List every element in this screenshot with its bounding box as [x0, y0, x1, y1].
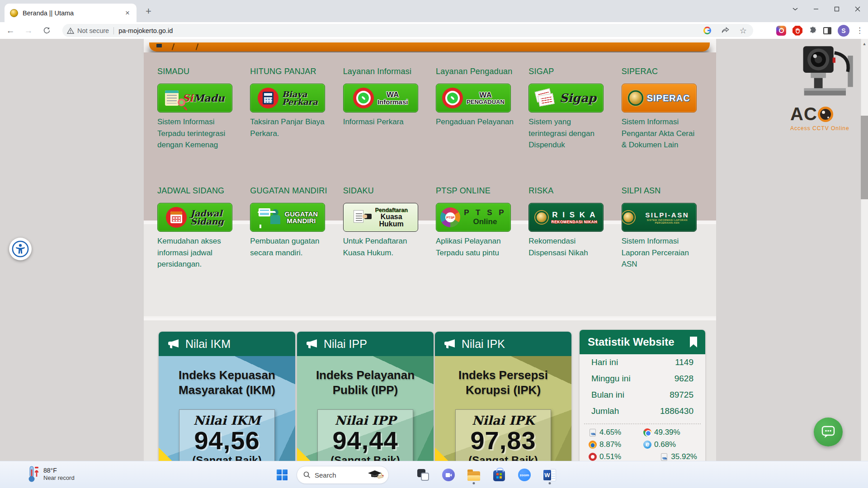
menu-bar-remnant	[149, 42, 710, 52]
extensions-puzzle-icon[interactable]	[809, 27, 817, 35]
weather-widget[interactable]: 88°F Near record	[28, 465, 75, 483]
megaphone-icon	[168, 339, 179, 349]
side-panel-icon[interactable]	[823, 27, 831, 34]
court-seal-icon	[622, 211, 635, 224]
service-title: SIMADU	[157, 67, 237, 76]
reload-button[interactable]	[39, 24, 54, 38]
service-desc: Rekomendasi Dispensasi Nikah	[528, 235, 609, 258]
url-text: pa-mojokerto.go.id	[118, 27, 703, 34]
chrome-browser-icon	[643, 428, 651, 436]
siperac-banner[interactable]: SIPERAC	[622, 84, 697, 113]
lens-icon	[818, 107, 833, 122]
gugatan-mandiri-banner[interactable]: GUGATANMANDIRI	[250, 203, 325, 232]
wa-pengaduan-banner[interactable]: WAPENGADUAN	[436, 84, 511, 113]
new-tab-button[interactable]: +	[146, 6, 151, 16]
service-desc: Taksiran Panjar Biaya Perkara.	[250, 116, 330, 139]
service-ptsp-online: PTSP ONLINE PTSP P T S POnline Aplikasi …	[436, 186, 516, 270]
back-button[interactable]: ←	[3, 24, 18, 38]
taskbar: 88°F Near record Search zoom W	[0, 461, 868, 488]
score-box: Nilai IPK 97,83 (Sangat Baik)	[455, 409, 551, 461]
ptsp-online-banner[interactable]: PTSP P T S POnline	[436, 203, 511, 232]
search-placeholder: Search	[315, 471, 363, 479]
web-page: SIMADU SiMadu Sistem Informasi Terpadu t…	[0, 39, 868, 461]
window-chevron-icon[interactable]	[785, 0, 806, 18]
forward-button[interactable]: →	[21, 24, 36, 38]
browser-stat: 0.68%	[643, 440, 698, 449]
window-minimize-button[interactable]	[806, 0, 826, 18]
tab-title: Beranda || Utama	[23, 9, 119, 17]
zoom-app-button[interactable]: zoom	[518, 465, 531, 485]
service-hitung-panjar: HITUNG PANJAR BiayaPerkara Taksiran Panj…	[250, 67, 330, 151]
service-title: Layanan Pengaduan	[436, 67, 516, 76]
scrollbar-up-arrow[interactable]: ▲	[861, 42, 868, 46]
aco-cctv-logo[interactable]: AC Access CCTV Online	[790, 44, 868, 131]
camera-extension-icon[interactable]	[776, 26, 786, 36]
sidaku-banner[interactable]: PendaftaranKuasaHukum	[343, 203, 418, 232]
megaphone-icon	[444, 339, 456, 349]
profile-avatar[interactable]: S	[838, 25, 849, 37]
browser-tab[interactable]: Beranda || Utama ×	[5, 4, 137, 22]
whatsapp-icon	[353, 88, 374, 108]
simadu-banner[interactable]: SiMadu	[157, 84, 232, 113]
unknown-browser-icon	[661, 453, 667, 461]
chat-widget-button[interactable]	[814, 418, 843, 446]
stat-row: Minggu ini9628	[580, 371, 705, 387]
taskbar-search[interactable]: Search	[297, 466, 389, 484]
file-explorer-button[interactable]	[467, 465, 480, 485]
weather-desc: Near record	[43, 474, 75, 481]
bookmark-star-icon[interactable]: ☆	[740, 26, 747, 36]
accessibility-widget-button[interactable]	[9, 238, 32, 260]
search-icon	[303, 471, 311, 479]
browser-stat: 0.51%	[589, 452, 643, 461]
share-icon[interactable]	[721, 27, 730, 34]
score-value: 97,83	[458, 427, 548, 454]
teams-chat-button[interactable]	[442, 465, 455, 485]
start-button[interactable]	[277, 469, 288, 480]
magnifier-icon	[178, 99, 185, 106]
firefox-browser-icon	[589, 441, 597, 449]
service-title: Layanan Informasi	[343, 67, 423, 76]
page-scrollbar-thumb[interactable]	[861, 116, 868, 199]
address-bar[interactable]: Not secure pa-mojokerto.go.id ☆	[62, 24, 753, 37]
service-desc: Aplikasi Pelayanan Terpadu satu pintu	[436, 235, 516, 258]
browser-tab-strip: Beranda || Utama × +	[0, 0, 868, 22]
service-title: PTSP ONLINE	[436, 186, 516, 196]
sigap-banner[interactable]: Sigap	[528, 84, 604, 113]
service-title: JADWAL SIDANG	[157, 186, 237, 196]
card-header: Nilai IKM	[185, 338, 231, 351]
adblock-extension-icon[interactable]	[793, 26, 802, 36]
certificates-icon	[536, 89, 556, 107]
opera-browser-icon	[589, 453, 597, 461]
task-view-button[interactable]	[417, 465, 429, 485]
service-title: GUGATAN MANDIRI	[250, 186, 330, 196]
service-title: SIDAKU	[343, 186, 423, 196]
accessibility-person-icon	[12, 240, 29, 258]
wa-informasi-banner[interactable]: WAInformasi	[343, 84, 418, 113]
window-close-button[interactable]	[847, 0, 868, 18]
jadwal-sidang-banner[interactable]: JadwalSidang	[157, 203, 232, 232]
page-scrollbar-track[interactable]	[861, 39, 868, 461]
megaphone-icon	[306, 339, 318, 349]
court-seal-icon	[535, 211, 548, 224]
browser-stat: 49.39%	[643, 428, 698, 437]
service-title: HITUNG PANJAR	[250, 67, 330, 76]
tab-close-icon[interactable]: ×	[124, 9, 131, 18]
graduation-cap-icon	[368, 469, 384, 480]
word-app-button[interactable]: W	[543, 465, 556, 485]
google-icon[interactable]	[703, 27, 711, 34]
browser-menu-icon[interactable]: ⋮	[856, 26, 863, 35]
stat-row: Jumlah1886430	[580, 403, 705, 419]
card-nilai-ipk: Nilai IPK Indeks Persepsi Korupsi (IPK) …	[435, 332, 571, 461]
cctv-camera-icon	[790, 44, 863, 102]
microsoft-store-button[interactable]	[493, 465, 505, 485]
service-desc: Sistem Informasi Pengantar Akta Cerai & …	[622, 116, 702, 151]
browser-stat: 35.92%	[643, 452, 698, 461]
riska-banner[interactable]: R I S K AREKOMENDASI NIKAH	[528, 203, 604, 232]
silpi-asn-banner[interactable]: SILPI-ASNSISTEM INFORMASI LAPORAN PERCER…	[622, 203, 697, 232]
desktop: Beranda || Utama × + ← → Not secure pa-m…	[0, 0, 868, 488]
service-silpi-asn: SILPI ASN SILPI-ASNSISTEM INFORMASI LAPO…	[622, 186, 702, 270]
internet-explorer-icon	[643, 441, 651, 449]
service-title: SILPI ASN	[622, 186, 702, 196]
hitung-panjar-banner[interactable]: BiayaPerkara	[250, 84, 325, 113]
window-maximize-button[interactable]	[826, 0, 847, 18]
